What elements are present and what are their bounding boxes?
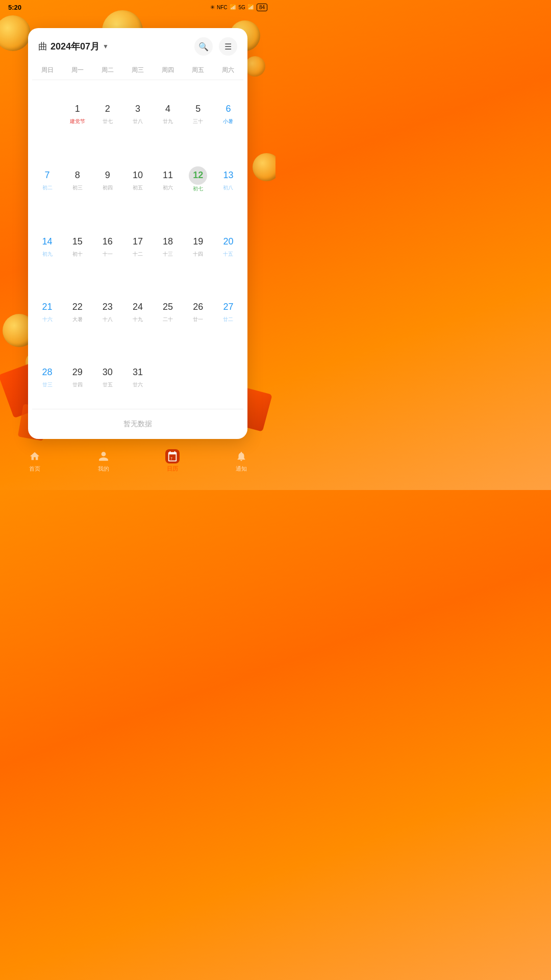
cal-cell-jul21[interactable]: 21 十六 (32, 278, 62, 344)
search-icon: 🔍 (198, 42, 209, 52)
profile-nav-icon (96, 449, 111, 463)
nav-profile[interactable]: 我的 (96, 449, 111, 473)
cal-cell-empty-3 (183, 344, 213, 409)
cal-cell-jul23[interactable]: 23 十八 (92, 278, 122, 344)
cal-cell-empty-2 (153, 344, 183, 409)
cal-cell-jul3[interactable]: 3 廿八 (122, 80, 153, 145)
dropdown-arrow-icon: ▼ (103, 43, 109, 50)
header-actions: 🔍 ☰ (194, 37, 237, 56)
cal-cell-jul4[interactable]: 4 廿九 (153, 80, 183, 145)
cal-cell-jul27[interactable]: 27 廿二 (213, 278, 243, 344)
cal-cell-jul9[interactable]: 9 初四 (92, 145, 122, 213)
nav-home[interactable]: 首页 (28, 449, 42, 473)
nav-notify[interactable]: 通知 (234, 449, 248, 473)
cal-cell-jul12-today[interactable]: 12 初七 (183, 145, 213, 213)
calendar-header: 曲 2024年07月 ▼ 🔍 ☰ (28, 28, 247, 61)
cal-cell-jul16[interactable]: 16 十一 (92, 213, 122, 278)
nav-calendar-label: 日历 (167, 465, 178, 473)
menu-button[interactable]: ☰ (219, 37, 237, 56)
weekday-wed: 周三 (122, 63, 153, 78)
weekday-sun: 周日 (32, 63, 62, 78)
cal-cell-jul14[interactable]: 14 初九 (32, 213, 62, 278)
cal-cell-jul19[interactable]: 19 十四 (183, 213, 213, 278)
empty-state-text: 暂无数据 (123, 420, 152, 428)
cal-cell-jul28[interactable]: 28 廿三 (32, 344, 62, 409)
nfc-icon: NFC (217, 5, 228, 10)
status-bar: 5:20 ✳ NFC 📶 5G 📶 84 (0, 0, 276, 14)
bottom-nav: 首页 我的 7 日历 通知 (0, 444, 276, 490)
calendar-icon: 曲 (38, 40, 47, 53)
cal-cell-jul30[interactable]: 30 廿五 (92, 344, 122, 409)
cal-cell-jul20[interactable]: 20 十五 (213, 213, 243, 278)
cal-cell-jul7[interactable]: 7 初二 (32, 145, 62, 213)
cal-cell-jul11[interactable]: 11 初六 (153, 145, 183, 213)
menu-icon: ☰ (224, 42, 232, 52)
cal-cell-jul10[interactable]: 10 初五 (122, 145, 153, 213)
search-button[interactable]: 🔍 (194, 37, 213, 56)
calendar-grid: 1 建党节 2 廿七 3 廿八 4 廿九 5 三十 6 小暑 7 初二 8 (28, 80, 247, 409)
cal-cell-jul25[interactable]: 25 二十 (153, 278, 183, 344)
nav-home-label: 首页 (29, 465, 40, 473)
nav-notify-label: 通知 (236, 465, 247, 473)
cal-cell-jul13[interactable]: 13 初八 (213, 145, 243, 213)
cal-cell-jul6[interactable]: 6 小暑 (213, 80, 243, 145)
notify-nav-icon (234, 449, 248, 463)
home-nav-icon (28, 449, 42, 463)
signal-icon: 5G (239, 5, 245, 10)
status-time: 5:20 (8, 4, 21, 11)
nav-profile-label: 我的 (98, 465, 109, 473)
cal-cell-jul1[interactable]: 1 建党节 (62, 80, 92, 145)
weekday-fri: 周五 (183, 63, 213, 78)
calendar-title[interactable]: 曲 2024年07月 ▼ (38, 40, 109, 53)
weekday-tue: 周二 (92, 63, 122, 78)
month-year-label: 2024年07月 (51, 40, 99, 53)
cal-cell-jul31[interactable]: 31 廿六 (122, 344, 153, 409)
calendar-card: 曲 2024年07月 ▼ 🔍 ☰ 周日 周一 周二 周三 周四 周五 周六 1 … (28, 28, 247, 439)
weekday-headers: 周日 周一 周二 周三 周四 周五 周六 (28, 61, 247, 80)
cal-cell-jul22[interactable]: 22 大暑 (62, 278, 92, 344)
cal-cell-jul5[interactable]: 5 三十 (183, 80, 213, 145)
cal-cell-jul24[interactable]: 24 十九 (122, 278, 153, 344)
cal-cell-jul2[interactable]: 2 廿七 (92, 80, 122, 145)
signal2-icon: 📶 (247, 4, 255, 11)
calendar-nav-icon: 7 (165, 449, 180, 463)
wifi-icon: 📶 (230, 4, 237, 11)
cal-cell-empty-4 (213, 344, 243, 409)
cal-cell-jul29[interactable]: 29 廿四 (62, 344, 92, 409)
cal-cell-jul8[interactable]: 8 初三 (62, 145, 92, 213)
battery-icon: 84 (257, 4, 267, 11)
cal-cell-jul17[interactable]: 17 十二 (122, 213, 153, 278)
status-icons: ✳ NFC 📶 5G 📶 84 (210, 4, 267, 11)
cal-cell-empty-1 (32, 80, 62, 145)
svg-text:7: 7 (170, 457, 172, 460)
cal-cell-jul15[interactable]: 15 初十 (62, 213, 92, 278)
weekday-mon: 周一 (62, 63, 92, 78)
bluetooth-icon: ✳ (210, 4, 215, 11)
nav-calendar[interactable]: 7 日历 (165, 449, 180, 473)
cal-cell-jul18[interactable]: 18 十三 (153, 213, 183, 278)
cal-cell-jul26[interactable]: 26 廿一 (183, 278, 213, 344)
empty-state: 暂无数据 (28, 409, 247, 439)
weekday-thu: 周四 (153, 63, 183, 78)
weekday-sat: 周六 (213, 63, 243, 78)
